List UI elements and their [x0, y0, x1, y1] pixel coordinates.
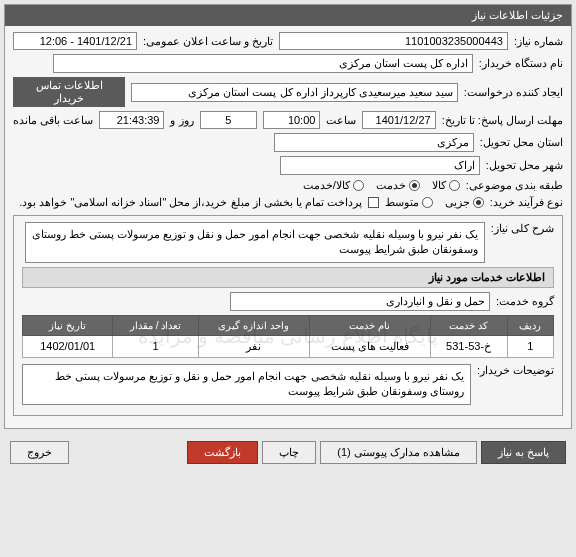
announce-field: 1401/12/21 - 12:06 — [13, 32, 137, 50]
main-panel: جزئیات اطلاعات نیاز شماره نیاز: 11010032… — [4, 4, 572, 429]
deadline-date-field: 1401/12/27 — [362, 111, 435, 129]
radio-medium[interactable]: متوسط — [385, 196, 433, 209]
services-info-header: اطلاعات خدمات مورد نیاز — [22, 267, 554, 288]
purchase-type-label: نوع فرآیند خرید: — [490, 196, 563, 209]
subject-class-label: طبقه بندی موضوعی: — [466, 179, 563, 192]
delivery-province-field: مرکزی — [274, 133, 474, 152]
exit-button[interactable]: خروج — [10, 441, 69, 464]
deadline-label: مهلت ارسال پاسخ: تا تاریخ: — [442, 114, 563, 127]
th-qty: تعداد / مقدار — [113, 315, 198, 335]
subject-class-radios: کالا خدمت کالا/خدمت — [303, 179, 460, 192]
radio-minor[interactable]: جزیی — [445, 196, 484, 209]
purchase-type-radios: جزیی متوسط — [385, 196, 484, 209]
th-idx: ردیف — [507, 315, 553, 335]
delivery-city-field: اراک — [280, 156, 480, 175]
general-desc-label: شرح کلی نیاز: — [491, 222, 554, 235]
time-left-field: 21:43:39 — [99, 111, 164, 129]
deadline-hour-field: 10:00 — [263, 111, 320, 129]
th-date: تاریخ نیاز — [23, 315, 113, 335]
print-button[interactable]: چاپ — [262, 441, 316, 464]
delivery-province-label: استان محل تحویل: — [480, 136, 563, 149]
th-unit: واحد اندازه گیری — [198, 315, 309, 335]
requester-label: ایجاد کننده درخواست: — [464, 86, 563, 99]
service-group-field: حمل و نقل و انبارداری — [230, 292, 490, 311]
contact-info-button[interactable]: اطلاعات تماس خریدار — [13, 77, 125, 107]
requester-field: سید سعید میرسعیدی کارپرداز اداره کل پست … — [131, 83, 458, 102]
delivery-city-label: شهر محل تحویل: — [486, 159, 563, 172]
panel-title: جزئیات اطلاعات نیاز — [5, 5, 571, 26]
treasury-checkbox[interactable] — [368, 197, 379, 208]
reply-button[interactable]: پاسخ به نیاز — [481, 441, 566, 464]
days-left-field: 5 — [200, 111, 257, 129]
radio-goods[interactable]: کالا — [432, 179, 460, 192]
announce-label: تاریخ و ساعت اعلان عمومی: — [143, 35, 273, 48]
radio-both[interactable]: کالا/خدمت — [303, 179, 364, 192]
treasury-note: پرداخت تمام یا بخشی از مبلغ خرید،از محل … — [19, 196, 362, 209]
buyer-org-field: اداره کل پست استان مرکزی — [53, 54, 473, 73]
services-table: ردیف کد خدمت نام خدمت واحد اندازه گیری ت… — [22, 315, 554, 358]
day-word: روز و — [170, 114, 193, 127]
service-group-label: گروه خدمت: — [496, 295, 554, 308]
buyer-notes-field: یک نفر نیرو با وسیله نقلیه شخصی جهت انجا… — [22, 364, 471, 405]
need-number-label: شماره نیاز: — [514, 35, 563, 48]
radio-service[interactable]: خدمت — [376, 179, 420, 192]
attachments-button[interactable]: مشاهده مدارک پیوستی (1) — [320, 441, 477, 464]
th-code: کد خدمت — [430, 315, 507, 335]
table-row: 1 خ-53-531 فعالیت های پست نفر 1 1402/01/… — [23, 335, 554, 357]
time-left-label: ساعت باقی مانده — [13, 114, 93, 127]
general-desc-field: یک نفر نیرو با وسیله نقلیه شخصی جهت انجا… — [25, 222, 485, 263]
back-button[interactable]: بازگشت — [187, 441, 258, 464]
buyer-org-label: نام دستگاه خریدار: — [479, 57, 563, 70]
footer-buttons: پاسخ به نیاز مشاهده مدارک پیوستی (1) چاپ… — [4, 435, 572, 470]
need-number-field: 1101003235000443 — [279, 32, 508, 50]
th-name: نام خدمت — [309, 315, 430, 335]
hour-label-1: ساعت — [326, 114, 356, 127]
buyer-notes-label: توضیحات خریدار: — [477, 364, 554, 377]
